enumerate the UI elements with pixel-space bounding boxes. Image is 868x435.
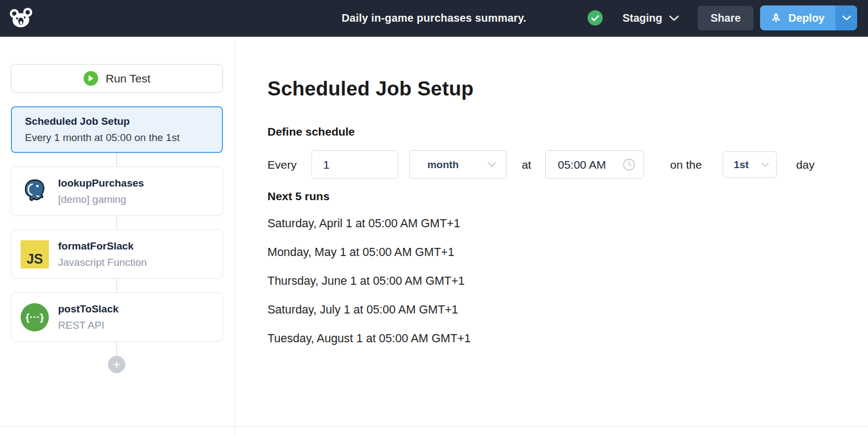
- run-item: Tuesday, August 1 at 05:00 AM GMT+1: [267, 332, 868, 346]
- success-check-icon: [588, 10, 603, 25]
- step-subtitle: [demo] gaming: [58, 194, 144, 206]
- deploy-button[interactable]: Deploy: [760, 5, 835, 30]
- step-text: Scheduled Job Setup Every 1 month at 05:…: [25, 116, 180, 144]
- workflow-sidebar: Run Test Scheduled Job Setup Every 1 mon…: [0, 37, 235, 435]
- main-panel: Scheduled Job Setup Define schedule Ever…: [235, 37, 868, 435]
- on-the-label: on the: [670, 158, 701, 171]
- chevron-down-icon: [761, 162, 769, 168]
- day-label: day: [796, 158, 815, 171]
- step-text: postToSlack REST API: [58, 303, 119, 331]
- environment-label: Staging: [622, 12, 662, 24]
- next-runs-list: Saturday, April 1 at 05:00 AM GMT+1 Mond…: [267, 217, 868, 346]
- chevron-down-icon: [669, 15, 679, 21]
- step-lookup-purchases[interactable]: lookupPurchases [demo] gaming: [11, 167, 223, 216]
- javascript-icon: JS: [21, 240, 49, 268]
- step-title: postToSlack: [58, 303, 119, 315]
- share-button[interactable]: Share: [698, 6, 754, 30]
- time-input[interactable]: 05:00 AM: [545, 150, 644, 179]
- run-test-label: Run Test: [106, 72, 151, 85]
- run-item: Monday, May 1 at 05:00 AM GMT+1: [267, 246, 868, 259]
- step-subtitle: Every 1 month at 05:00 on the 1st: [25, 132, 180, 144]
- add-step-button[interactable]: +: [108, 356, 125, 373]
- step-text: formatForSlack Javascript Function: [58, 240, 147, 268]
- time-value: 05:00 AM: [558, 158, 606, 171]
- content-area: Run Test Scheduled Job Setup Every 1 mon…: [0, 37, 868, 435]
- step-title: formatForSlack: [58, 240, 147, 252]
- koala-logo-icon[interactable]: [8, 5, 34, 30]
- topbar-actions: Staging Share Deploy: [588, 5, 857, 30]
- define-schedule-heading: Define schedule: [267, 125, 868, 138]
- next-runs-heading: Next 5 runs: [267, 190, 868, 203]
- deploy-split-button: Deploy: [760, 5, 857, 30]
- deploy-options-button[interactable]: [835, 5, 857, 30]
- every-label: Every: [267, 158, 297, 171]
- bottom-divider: [0, 426, 868, 427]
- run-test-button[interactable]: Run Test: [11, 64, 223, 93]
- step-post-to-slack[interactable]: {···} postToSlack REST API: [11, 292, 223, 342]
- rest-api-icon: {···}: [21, 303, 49, 331]
- clock-icon: [622, 158, 636, 171]
- run-item: Thursday, June 1 at 05:00 AM GMT+1: [267, 274, 868, 288]
- step-title: Scheduled Job Setup: [25, 116, 180, 127]
- run-item: Saturday, April 1 at 05:00 AM GMT+1: [267, 217, 868, 231]
- schedule-form: Every month at 05:00 AM: [267, 150, 868, 179]
- rocket-icon: [770, 12, 782, 24]
- environment-selector[interactable]: Staging: [622, 12, 679, 24]
- deploy-label: Deploy: [788, 12, 825, 24]
- unit-select[interactable]: month: [409, 150, 507, 179]
- chevron-down-icon: [487, 162, 496, 168]
- interval-input[interactable]: [311, 150, 398, 179]
- step-title: lookupPurchases: [58, 177, 144, 189]
- step-format-for-slack[interactable]: JS formatForSlack Javascript Function: [11, 229, 223, 279]
- day-select[interactable]: 1st: [723, 151, 777, 178]
- step-text: lookupPurchases [demo] gaming: [58, 177, 144, 206]
- play-icon: [84, 71, 98, 86]
- plus-icon: +: [113, 356, 120, 373]
- chevron-down-icon: [842, 15, 851, 21]
- step-subtitle: Javascript Function: [58, 257, 147, 268]
- page-title: Scheduled Job Setup: [267, 78, 868, 100]
- step-subtitle: REST API: [58, 319, 119, 331]
- unit-value: month: [427, 159, 459, 171]
- postgresql-icon: [21, 177, 49, 206]
- at-label: at: [522, 158, 532, 171]
- app-window: Daily in-game purchases summary. Staging…: [0, 0, 868, 435]
- step-scheduled-job-setup[interactable]: Scheduled Job Setup Every 1 month at 05:…: [11, 106, 223, 153]
- topbar: Daily in-game purchases summary. Staging…: [0, 0, 868, 37]
- day-value: 1st: [734, 159, 749, 171]
- run-item: Saturday, July 1 at 05:00 AM GMT+1: [267, 303, 868, 317]
